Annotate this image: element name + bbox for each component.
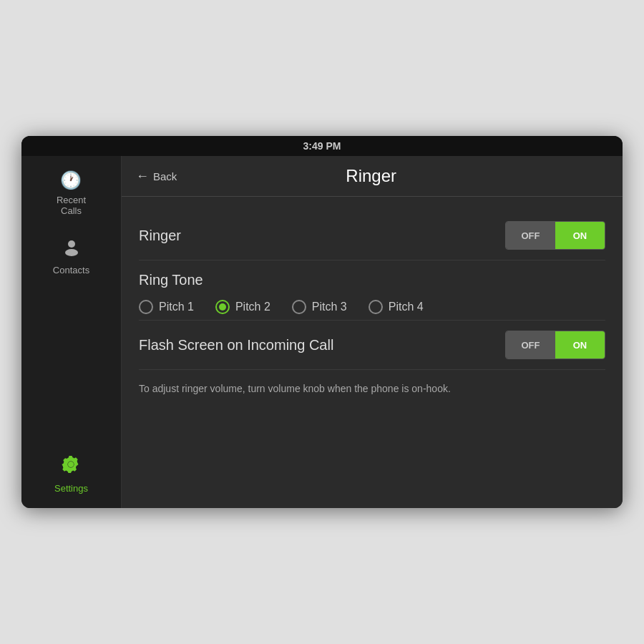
pitch1-radio[interactable] xyxy=(139,300,153,314)
pitch2-radio-fill xyxy=(219,303,226,311)
svg-point-1 xyxy=(65,249,78,256)
sidebar-item-label-contacts: Contacts xyxy=(53,265,89,275)
device-frame: 3:49 PM 🕐 Recent Calls Contacts xyxy=(21,136,623,508)
sidebar-item-recent-calls[interactable]: 🕐 Recent Calls xyxy=(57,170,86,216)
ringer-toggle[interactable]: OFF ON xyxy=(505,221,605,250)
pitch2-label: Pitch 2 xyxy=(235,301,270,313)
ringtone-title: Ring Tone xyxy=(139,272,605,288)
time-display: 3:49 PM xyxy=(303,140,341,152)
page-title: Ringer xyxy=(177,166,565,186)
flash-screen-setting-row: Flash Screen on Incoming Call OFF ON xyxy=(139,321,605,370)
sidebar-item-contacts[interactable]: Contacts xyxy=(53,238,89,275)
sidebar-item-label-recent-calls: Recent Calls xyxy=(57,195,86,216)
back-button[interactable]: ← Back xyxy=(136,169,177,184)
clock-icon: 🕐 xyxy=(60,170,82,190)
content-header: ← Back Ringer xyxy=(122,156,623,197)
pitch-option-1[interactable]: Pitch 1 xyxy=(139,300,194,314)
flash-toggle-on[interactable]: ON xyxy=(555,331,605,358)
flash-toggle[interactable]: OFF ON xyxy=(505,331,605,359)
sidebar-item-settings[interactable]: Settings xyxy=(54,454,88,494)
svg-point-0 xyxy=(68,240,75,248)
pitch3-label: Pitch 3 xyxy=(312,301,347,313)
flash-screen-label: Flash Screen on Incoming Call xyxy=(139,337,333,353)
sidebar-item-label-settings: Settings xyxy=(54,483,88,494)
ringer-setting-row: Ringer OFF ON xyxy=(139,211,605,260)
content-panel: ← Back Ringer Ringer OFF ON Ring Tone xyxy=(122,156,623,508)
pitch-options: Pitch 1 Pitch 2 Pitch 3 xyxy=(139,300,605,314)
back-arrow-icon: ← xyxy=(136,169,149,184)
pitch-option-4[interactable]: Pitch 4 xyxy=(369,300,424,314)
ringtone-section: Ring Tone Pitch 1 Pitch 2 xyxy=(139,260,605,321)
gear-icon xyxy=(61,454,81,479)
main-area: 🕐 Recent Calls Contacts xyxy=(21,156,623,508)
pitch-option-2[interactable]: Pitch 2 xyxy=(215,300,270,314)
person-icon xyxy=(62,238,81,260)
info-text: To adjust ringer volume, turn volume kno… xyxy=(139,381,605,396)
pitch3-radio[interactable] xyxy=(292,300,306,314)
pitch2-radio[interactable] xyxy=(215,300,230,314)
status-bar: 3:49 PM xyxy=(21,136,623,156)
ringer-toggle-off[interactable]: OFF xyxy=(506,222,555,249)
ringer-toggle-on[interactable]: ON xyxy=(555,222,605,249)
pitch4-radio[interactable] xyxy=(369,300,383,314)
pitch-option-3[interactable]: Pitch 3 xyxy=(292,300,347,314)
content-body: Ringer OFF ON Ring Tone Pitch 1 xyxy=(122,197,623,508)
pitch4-label: Pitch 4 xyxy=(389,301,424,313)
ringer-label: Ringer xyxy=(139,228,181,244)
flash-toggle-off[interactable]: OFF xyxy=(506,331,555,358)
pitch1-label: Pitch 1 xyxy=(159,301,194,313)
sidebar: 🕐 Recent Calls Contacts xyxy=(21,156,122,508)
back-label: Back xyxy=(153,170,177,182)
